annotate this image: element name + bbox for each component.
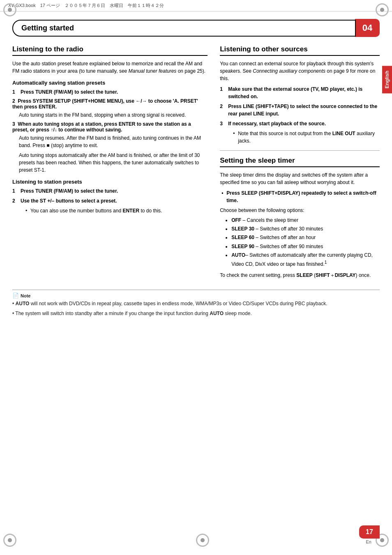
chapter-header: Getting started 04 [12,19,380,37]
header-bar: XV-GX3.book 17 ページ ２００５年７月６日 水曜日 午前１１時４２… [0,0,392,12]
step1-num: 1 [12,88,19,96]
chapter-number: 04 [355,19,380,37]
step-r3-bullet: Note that this source is not output from… [231,130,380,145]
subsection2-title: Listening to station presets [12,179,208,185]
note-section: 📄 Note • AUTO will not work with DVD/CDs… [12,290,380,317]
step4-text: Press TUNER (FM/AM) to select the tuner. [21,187,208,195]
step2-body: Auto tuning starts in the FM band, stopp… [19,111,208,119]
sleep-choose: Choose between the following options: [220,207,380,214]
step-r1-num: 1 [220,85,226,100]
step4-num: 1 [12,187,19,195]
chapter-title: Getting started [12,20,356,37]
step3-body2: Auto tuning stops automatically after th… [19,152,208,174]
note-label: Note [21,293,30,298]
step5-text: Use the ST +/– buttons to select a prese… [21,197,208,205]
step-r2-num: 2 [220,103,226,117]
section3-title: Setting the sleep timer [220,157,380,167]
page-number-box: 17 [359,525,380,539]
step-r2-text: Press LINE (SHIFT+TAPE) to select the so… [228,103,380,117]
step3-text: 3 When auto tuning stops at a station, p… [12,121,208,133]
right-column: Listening to other sources You can conne… [220,41,380,281]
english-tab: English [382,66,392,93]
note-title: 📄 Note [12,292,380,299]
step-r3-num: 3 [220,120,226,127]
corner-decoration-bc [196,534,209,547]
section2-intro: You can connect an external source for p… [220,60,380,82]
page-lang: En [366,539,371,544]
header-text: XV-GX3.book 17 ページ ２００５年７月６日 水曜日 午前１１時４２… [8,2,164,9]
subsection1-title: Automatically saving station presets [12,80,208,86]
step-4: 1 Press TUNER (FM/AM) to select the tune… [12,187,208,195]
section-divider [220,150,380,151]
step-r1-text: Make sure that the external source (TV, … [228,85,380,100]
sleep-check-text: To check the current setting, press SLEE… [220,272,380,279]
corner-decoration-bl [3,534,16,547]
step3-label: When auto tuning stops at a station, pre… [12,121,191,133]
note-line-2: • The system will switch into standby af… [12,310,380,317]
sleep-option-off: OFF – Cancels the sleep timer [231,216,380,224]
step5-num: 2 [12,197,19,205]
sleep-option-90: SLEEP 90 – Switches off after 90 minutes [231,243,380,251]
step2-label: Press SYSTEM SETUP (SHIFT+HOME MENU), us… [12,98,198,110]
section1-title: Listening to the radio [12,45,208,56]
sleep-bullet-main: Press SLEEP (SHIFT+DISPLAY) repeatedly t… [220,189,380,204]
step-r3: 3 If necessary, start playback of the so… [220,120,380,127]
corner-decoration-tr [376,3,389,16]
sleep-options-list: OFF – Cancels the sleep timer SLEEP 30 –… [231,216,380,268]
note-icon: 📄 [12,292,19,299]
section2-title: Listening to other sources [220,45,380,56]
sleep-option-auto: AUTO– Switches off automatically after t… [231,251,380,268]
step3-body1: Auto tuning resumes. After the FM band i… [19,134,208,149]
section3-intro: The sleep timer dims the display and swi… [220,171,380,186]
step3-num: 3 [12,121,15,127]
step1-text: Press TUNER (FM/AM) to select the tuner. [21,88,208,96]
step-5: 2 Use the ST +/– buttons to select a pre… [12,197,208,205]
step-1: 1 Press TUNER (FM/AM) to select the tune… [12,88,208,96]
sleep-option-30: SLEEP 30 – Switches off after 30 minutes [231,225,380,233]
section1-intro: Use the auto station preset feature expl… [12,60,208,75]
step2-text: 2 Press SYSTEM SETUP (SHIFT+HOME MENU), … [12,98,208,110]
step-r2: 2 Press LINE (SHIFT+TAPE) to select the … [220,103,380,117]
step-r1: 1 Make sure that the external source (TV… [220,85,380,100]
corner-decoration-tl [3,3,16,16]
left-column: Listening to the radio Use the auto stat… [12,41,208,281]
main-content: Listening to the radio Use the auto stat… [12,41,380,281]
note-line-1: • AUTO will not work with DVD/CDs in rep… [12,300,380,307]
page-number: 17 [366,528,373,536]
step-r3-text: If necessary, start playback of the sour… [228,120,380,127]
sleep-option-60: SLEEP 60 – Switches off after an hour [231,234,380,242]
step2-num: 2 [12,98,15,104]
step5-bullet: You can also use the number buttons and … [24,207,208,214]
